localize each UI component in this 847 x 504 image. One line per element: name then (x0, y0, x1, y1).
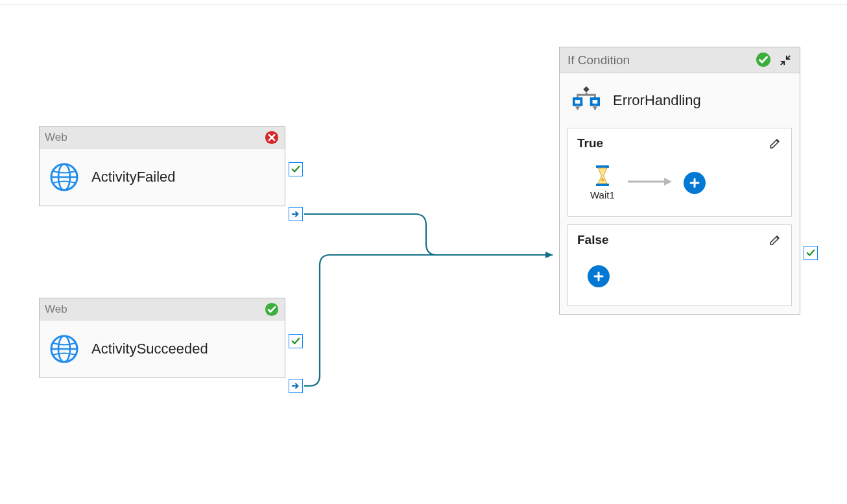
svg-marker-13 (575, 106, 580, 110)
activity-body: ActivityFailed (40, 149, 285, 206)
failure-icon (265, 130, 279, 145)
pencil-icon (769, 137, 781, 150)
svg-rect-16 (596, 184, 609, 186)
web-icon (49, 162, 80, 193)
branch-activity-wait[interactable]: Wait1 (590, 165, 615, 200)
svg-rect-15 (596, 165, 609, 168)
svg-rect-11 (574, 99, 581, 105)
svg-rect-12 (591, 99, 599, 105)
if-type-label: If Condition (567, 53, 630, 67)
if-condition-node[interactable]: If Condition (559, 47, 800, 315)
branch-true[interactable]: True Wait1 (567, 128, 792, 217)
if-condition-icon (570, 85, 602, 116)
add-activity-button[interactable] (684, 172, 706, 194)
activity-node-activitysucceeded[interactable]: Web ActivitySucceeded (39, 298, 285, 378)
if-name-label: ErrorHandling (613, 92, 701, 109)
hourglass-icon (593, 165, 612, 187)
branch-label: False (577, 233, 609, 247)
activity-header: Web (40, 126, 285, 149)
branch-header: True (568, 128, 791, 154)
add-activity-button[interactable] (588, 265, 610, 287)
output-port-success[interactable] (289, 162, 303, 176)
output-port-success[interactable] (804, 246, 818, 260)
pencil-icon (769, 234, 781, 246)
status-badge-succeeded (264, 302, 280, 317)
branch-header: False (568, 225, 791, 251)
collapse-icon[interactable] (779, 54, 792, 67)
output-port-skip[interactable] (289, 379, 303, 393)
if-header: If Condition (560, 47, 800, 73)
branch-body (568, 251, 791, 306)
status-badge-succeeded (756, 52, 772, 69)
output-port-skip[interactable] (289, 207, 303, 221)
plus-icon (593, 271, 604, 282)
activity-type-label: Web (45, 131, 67, 144)
pipeline-canvas[interactable]: Web ActivityFailed (0, 0, 847, 504)
branch-false[interactable]: False (567, 224, 792, 306)
edit-branch-button[interactable] (768, 233, 782, 247)
branch-label: True (577, 136, 603, 150)
plus-icon (689, 178, 700, 188)
if-title-row: ErrorHandling (560, 73, 800, 128)
edit-branch-button[interactable] (768, 136, 782, 150)
status-badge-failed (264, 130, 280, 145)
success-icon (756, 52, 771, 67)
web-icon (49, 333, 80, 365)
activity-node-activityfailed[interactable]: Web ActivityFailed (39, 126, 285, 206)
branch-body: Wait1 (568, 154, 791, 216)
activity-header: Web (40, 298, 285, 320)
activity-type-label: Web (45, 303, 67, 316)
activity-name-label: ActivitySucceeded (91, 341, 208, 357)
success-icon (265, 302, 279, 317)
branch-activity-label: Wait1 (590, 189, 615, 200)
activity-name-label: ActivityFailed (91, 169, 176, 186)
svg-marker-19 (664, 178, 672, 186)
activity-body: ActivitySucceeded (40, 320, 285, 378)
output-port-success[interactable] (289, 334, 303, 348)
svg-marker-10 (583, 86, 590, 93)
flow-arrow-icon (626, 175, 672, 191)
svg-marker-14 (593, 106, 598, 110)
